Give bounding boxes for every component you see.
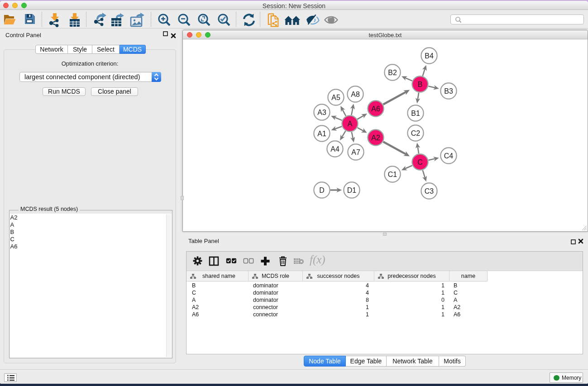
svg-text:D1: D1 — [347, 186, 357, 194]
svg-text:B3: B3 — [444, 87, 453, 95]
svg-text:C4: C4 — [444, 152, 454, 159]
svg-text:A7: A7 — [351, 148, 360, 156]
svg-text:A8: A8 — [351, 90, 360, 98]
svg-text:B1: B1 — [411, 109, 420, 117]
svg-text:A: A — [348, 119, 353, 127]
svg-text:A1: A1 — [317, 129, 326, 137]
svg-text:A6: A6 — [371, 105, 380, 112]
svg-text:B2: B2 — [388, 68, 397, 76]
svg-text:C: C — [417, 158, 423, 166]
svg-text:B: B — [418, 80, 423, 88]
svg-text:D: D — [319, 186, 325, 194]
svg-text:A2: A2 — [371, 133, 380, 141]
svg-text:B4: B4 — [425, 52, 434, 59]
svg-text:A4: A4 — [330, 145, 339, 152]
svg-text:C1: C1 — [388, 170, 397, 178]
svg-text:A3: A3 — [317, 108, 326, 116]
svg-text:C3: C3 — [425, 187, 434, 195]
svg-text:A5: A5 — [331, 93, 340, 101]
svg-text:C2: C2 — [411, 129, 421, 137]
